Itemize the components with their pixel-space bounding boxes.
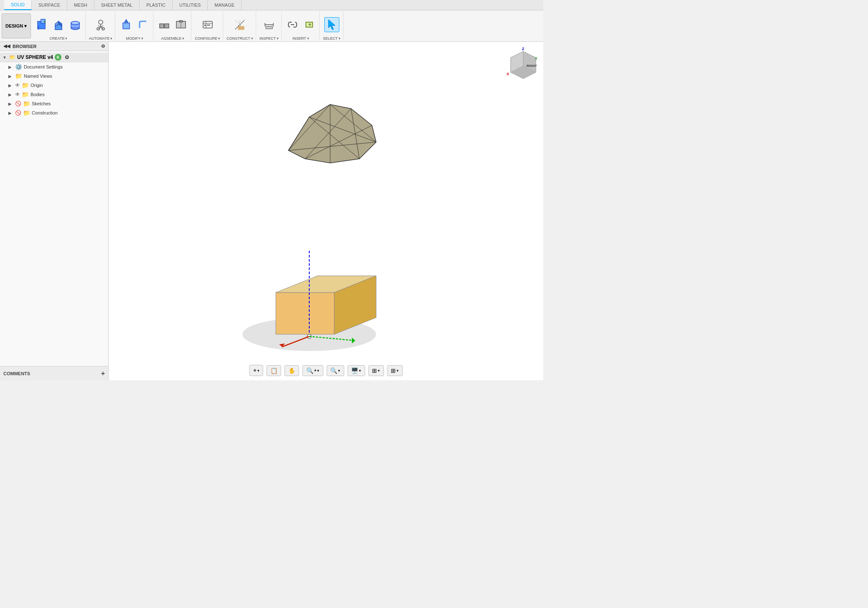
modify-label[interactable]: MODIFY ▾: [126, 36, 143, 41]
display-button[interactable]: 🖥️ ▾: [347, 365, 365, 376]
zoom-button[interactable]: 🔍 ▾: [326, 365, 344, 376]
automate-text: AUTOMATE: [89, 36, 109, 41]
tool-buttons-row: DESIGN ▾ +: [0, 10, 543, 41]
select-icon[interactable]: [324, 17, 339, 32]
svg-rect-28: [207, 25, 210, 25]
create-new-body-icon[interactable]: +: [34, 17, 49, 32]
construct-icon[interactable]: [232, 17, 247, 32]
browser-item-named-views[interactable]: ▶ 📁 Named Views: [0, 71, 108, 81]
configure-icon[interactable]: [200, 17, 215, 32]
create-box-icon[interactable]: [51, 17, 66, 32]
snap-button[interactable]: ⌖ ▾: [249, 365, 263, 376]
bottom-toolbar: ⌖ ▾ 📋 ✋ 🔍 + ▾ 🔍 ▾: [249, 365, 403, 376]
zoom-fit-button[interactable]: 🔍 + ▾: [303, 365, 323, 376]
configure-label[interactable]: CONFIGURE ▾: [195, 36, 220, 41]
bodies-folder-icon: 📁: [22, 91, 29, 98]
svg-rect-16: [123, 23, 130, 29]
insert-label[interactable]: INSERT ▾: [293, 36, 309, 41]
svg-marker-17: [125, 20, 128, 22]
pan-button[interactable]: ✋: [285, 365, 299, 376]
select-label[interactable]: SELECT ▾: [323, 36, 341, 41]
create-label[interactable]: CREATE ▾: [50, 36, 68, 41]
root-settings-icon[interactable]: ⊙: [65, 54, 69, 60]
modify-push-pull-icon[interactable]: [119, 17, 134, 32]
bodies-arrow[interactable]: ▶: [8, 92, 13, 97]
assemble-icons: [157, 11, 188, 36]
automate-label[interactable]: AUTOMATE ▾: [89, 36, 112, 41]
svg-rect-19: [165, 24, 169, 28]
assemble-icon[interactable]: [157, 17, 172, 32]
tab-utilities[interactable]: UTILITIES: [173, 0, 208, 10]
tab-manage[interactable]: MANAGE: [208, 0, 242, 10]
origin-label: Origin: [31, 83, 43, 88]
svg-text:RIGHT: RIGHT: [527, 64, 537, 68]
browser-collapse-icon[interactable]: ◀◀: [3, 43, 10, 49]
tab-plastic[interactable]: PLASTIC: [140, 0, 173, 10]
root-folder-icon: 📁: [9, 54, 15, 60]
svg-text:Y: Y: [535, 56, 537, 61]
tab-sheet-metal[interactable]: SHEET METAL: [94, 0, 140, 10]
automate-icon[interactable]: [93, 17, 108, 32]
clipboard-button[interactable]: 📋: [267, 365, 281, 376]
sketches-visibility-icon[interactable]: 🚫: [15, 101, 21, 107]
assemble-arrow: ▾: [182, 36, 184, 41]
viewport[interactable]: RIGHT Z X Y ⌖ ▾: [109, 42, 543, 380]
create-text: CREATE: [50, 36, 65, 41]
insert-text: INSERT: [293, 36, 306, 41]
browser-item-document-settings[interactable]: ▶ ⚙️ Document Settings: [0, 62, 108, 71]
assemble-label[interactable]: ASSEMBLE ▾: [161, 36, 184, 41]
tab-mesh[interactable]: MESH: [67, 0, 94, 10]
browser-item-construction[interactable]: ▶ 🚫 📁 Construction: [0, 108, 108, 117]
named-views-arrow[interactable]: ▶: [8, 74, 13, 79]
origin-visibility-icon[interactable]: 👁: [15, 82, 20, 88]
insert-link-icon[interactable]: [285, 17, 300, 32]
construction-visibility-icon[interactable]: 🚫: [15, 110, 21, 116]
svg-rect-36: [266, 26, 272, 29]
select-icons: [324, 11, 339, 36]
construct-label[interactable]: CONSTRUCT ▾: [227, 36, 253, 41]
view-button[interactable]: ⊞ ▾: [387, 365, 402, 376]
comments-add-button[interactable]: +: [101, 370, 105, 377]
browser-item-origin[interactable]: ▶ 👁 📁 Origin: [0, 81, 108, 90]
doc-settings-arrow[interactable]: ▶: [8, 65, 13, 69]
assemble-joint-icon[interactable]: [173, 17, 188, 32]
root-collapse-arrow[interactable]: ▼: [3, 55, 8, 60]
browser-root-item[interactable]: ▼ 📁 UV SPHERE v4 K ⊙: [0, 53, 108, 62]
tab-surface[interactable]: SURFACE: [32, 0, 67, 10]
create-icons: +: [34, 11, 83, 36]
sketches-arrow[interactable]: ▶: [8, 102, 13, 106]
comments-label: COMMENTS: [3, 371, 30, 376]
named-views-icon: 📁: [15, 73, 22, 79]
browser-close-icon[interactable]: ⊖: [101, 43, 105, 49]
inspect-measure-icon[interactable]: [262, 17, 277, 32]
grid-button[interactable]: ⊞ ▾: [368, 365, 384, 376]
configure-text: CONFIGURE: [195, 36, 217, 41]
inspect-label[interactable]: INSPECT ▾: [260, 36, 279, 41]
construction-arrow[interactable]: ▶: [8, 111, 13, 115]
modify-icons: [119, 11, 150, 36]
cube-shape: [217, 217, 426, 360]
create-cylinder-icon[interactable]: [68, 17, 83, 32]
bodies-visibility-icon[interactable]: 👁: [15, 92, 20, 97]
modify-fillet-icon[interactable]: [135, 17, 150, 32]
clipboard-icon: 📋: [270, 367, 277, 374]
tab-solid[interactable]: SOLID: [4, 0, 32, 10]
origin-arrow[interactable]: ▶: [8, 83, 13, 88]
browser-item-bodies[interactable]: ▶ 👁 📁 Bodies: [0, 90, 108, 99]
configure-arrow: ▾: [218, 36, 220, 41]
automate-icons: [93, 11, 108, 36]
svg-text:+: +: [308, 22, 311, 28]
design-button[interactable]: DESIGN ▾: [2, 13, 31, 38]
insert-add-icon[interactable]: +: [302, 17, 317, 32]
construct-icons: [232, 11, 247, 36]
display-arrow: ▾: [359, 369, 361, 373]
browser-item-sketches[interactable]: ▶ 🚫 📁 Sketches: [0, 99, 108, 108]
create-group: +: [32, 11, 86, 41]
construction-label: Construction: [32, 110, 58, 115]
modify-text: MODIFY: [126, 36, 140, 41]
origin-folder-icon: 📁: [22, 82, 29, 89]
viewcube[interactable]: RIGHT Z X Y: [502, 45, 540, 83]
svg-point-9: [71, 21, 79, 25]
construct-text: CONSTRUCT: [227, 36, 250, 41]
svg-rect-18: [160, 24, 164, 28]
